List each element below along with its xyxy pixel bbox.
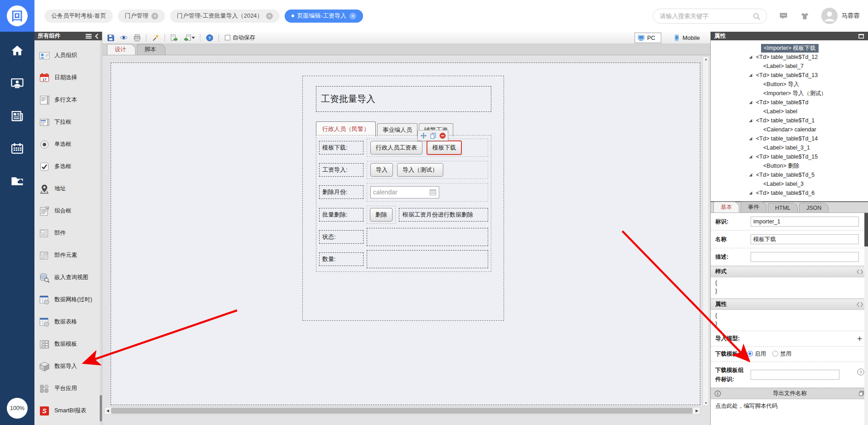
delete-icon[interactable] xyxy=(439,132,446,139)
template-component-id-input[interactable] xyxy=(751,370,839,380)
device-pc-button[interactable]: PC xyxy=(635,33,661,43)
app-store-icon[interactable] xyxy=(800,11,810,21)
print-button[interactable] xyxy=(132,33,142,43)
radio-disable-control[interactable] xyxy=(772,351,778,357)
quantity-placeholder-box[interactable] xyxy=(367,250,488,268)
calendar-icon[interactable] xyxy=(10,141,24,156)
field-description-input[interactable] xyxy=(751,252,859,262)
tab-script[interactable]: 脚本 xyxy=(137,44,165,55)
section-attributes[interactable]: 属性 xyxy=(711,299,868,310)
components-scrollbar[interactable] xyxy=(100,40,102,425)
move-icon[interactable] xyxy=(420,132,427,139)
component-item-data-table[interactable]: 数据表格 xyxy=(34,311,102,333)
component-item-widget-element[interactable]: 部件元素 xyxy=(34,244,102,266)
component-item-address[interactable]: 地址 xyxy=(34,178,102,200)
row-label[interactable]: 数量: xyxy=(319,252,364,266)
component-item-data-grid-deprecated[interactable]: 数据网格(过时) xyxy=(34,289,102,311)
copy-icon[interactable] xyxy=(430,132,436,139)
tree-node-td[interactable]: <Td> table_table$Td xyxy=(711,98,868,107)
component-item-combobox[interactable]: 组合框 xyxy=(34,200,102,222)
tree-node-importer-selected[interactable]: <Importer> 模板下载 xyxy=(711,43,868,53)
radio-disable[interactable]: 禁用 xyxy=(772,350,791,358)
row-label[interactable]: 批量删除: xyxy=(319,208,364,222)
canvas-horizontal-scrollbar[interactable]: ◀▶ xyxy=(104,407,700,415)
scroll-up-icon[interactable]: ▲ xyxy=(704,58,708,61)
template-download-button[interactable]: 模板下载 xyxy=(427,140,462,155)
scroll-down-icon[interactable]: ▼ xyxy=(704,401,708,405)
tree-expand-icon[interactable] xyxy=(749,101,752,104)
tree-node-button-import[interactable]: <Button> 导入 xyxy=(711,80,868,89)
canvas-vertical-scrollbar[interactable]: ▲▼ xyxy=(703,56,709,406)
user-monitor-icon[interactable] xyxy=(10,76,24,91)
portal-tab-home[interactable]: 公务员平时考核-首页 xyxy=(44,10,113,23)
user-widget[interactable]: 马蓉蓉 xyxy=(821,8,860,24)
tab-basic[interactable]: 基本 xyxy=(713,202,739,212)
tree-node-importer-test[interactable]: <Importer> 导入（测试） xyxy=(711,89,868,98)
tree-expand-icon[interactable] xyxy=(749,155,752,159)
export-filename-header[interactable]: 导出文件名称 xyxy=(711,388,868,399)
component-item-data-template[interactable]: 123数据模板 xyxy=(34,333,102,355)
scroll-right-icon[interactable]: ▶ xyxy=(694,409,700,413)
component-item-multiline-text[interactable]: 多行文本 xyxy=(34,89,102,111)
component-item-widget[interactable]: 部件 xyxy=(34,222,102,244)
tree-node-td1[interactable]: <Td> table_table$Td_1 xyxy=(711,116,868,125)
autosave-checkbox[interactable] xyxy=(225,35,230,40)
tree-expand-icon[interactable] xyxy=(749,173,752,177)
tree-expand-icon[interactable] xyxy=(749,191,752,195)
news-icon[interactable] xyxy=(10,109,24,123)
row-label[interactable]: 工资导入: xyxy=(319,163,364,177)
export-button[interactable] xyxy=(169,33,179,43)
tree-node-td5[interactable]: <Td> table_table$Td_5 xyxy=(711,170,868,179)
calendar-input[interactable] xyxy=(373,188,423,196)
help-button[interactable]: ? xyxy=(204,33,214,43)
batch-delete-note[interactable]: 根据工资月份进行数据删除 xyxy=(399,208,488,222)
import-test-button[interactable]: 导入（测试） xyxy=(397,163,443,177)
component-item-checkbox[interactable]: 多选框 xyxy=(34,155,102,178)
component-item-radio[interactable]: 单选框 xyxy=(34,133,102,155)
row-label[interactable]: 状态: xyxy=(319,230,364,244)
tree-node-button-delete[interactable]: <Button> 删除 xyxy=(711,161,868,170)
import-button-canvas[interactable]: 导入 xyxy=(370,163,393,177)
row-label[interactable]: 删除月份: xyxy=(319,185,364,199)
close-icon[interactable]: × xyxy=(266,13,273,19)
menu-icon[interactable] xyxy=(85,34,92,39)
component-item-smartbi-report[interactable]: SSmartBI报表 xyxy=(34,400,102,422)
tree-expand-icon[interactable] xyxy=(749,137,752,140)
tree-node-label31[interactable]: <Label> label_3_1 xyxy=(711,143,868,152)
design-canvas[interactable]: 工资批量导入 行政人员（民警） 事业编人员 辅警工资 模板下载: 行政人员工资表 xyxy=(102,55,710,425)
component-item-date-picker[interactable]: 17日期选择 xyxy=(34,67,102,89)
radio-enable[interactable]: 启用 xyxy=(747,350,766,358)
tree-expand-icon[interactable] xyxy=(749,119,752,122)
tab-json[interactable]: JSON xyxy=(799,203,829,212)
portal-tab-page-editor[interactable]: 页面编辑-工资导入× xyxy=(285,10,363,23)
radio-enable-control[interactable] xyxy=(747,351,753,357)
save-button[interactable] xyxy=(106,33,116,43)
component-item-dropdown[interactable]: 下拉框 xyxy=(34,111,102,133)
restore-window-icon[interactable] xyxy=(858,34,864,39)
properties-scrollbar[interactable] xyxy=(864,213,868,425)
calendar-field[interactable] xyxy=(370,186,439,198)
preview-button[interactable] xyxy=(119,33,129,43)
form-tab-institution[interactable]: 事业编人员 xyxy=(377,123,417,136)
tree-node-td14[interactable]: <Td> table_table$Td_14 xyxy=(711,134,868,143)
tree-expand-icon[interactable] xyxy=(749,55,752,59)
folder-cloud-icon[interactable] xyxy=(10,174,24,188)
tree-node-td12[interactable]: <Td> table_table$Td_12 xyxy=(711,53,868,62)
attributes-code-block[interactable]: { } xyxy=(711,310,868,331)
tree-node-label[interactable]: <Label> label xyxy=(711,107,868,116)
style-code-block[interactable]: { } xyxy=(711,277,868,299)
tab-design[interactable]: 设计 xyxy=(107,44,136,55)
close-icon[interactable]: × xyxy=(349,13,356,19)
component-item-person-org[interactable]: 人员组织 xyxy=(34,44,102,67)
autosave-toggle[interactable]: 自动保存 xyxy=(225,34,255,42)
script-hint[interactable]: 点击此处，编写脚本代码 xyxy=(711,399,868,413)
app-logo[interactable]: 回 xyxy=(0,0,34,32)
plus-icon[interactable] xyxy=(857,336,863,342)
portal-tab-portal-mgmt[interactable]: 门户管理× xyxy=(118,10,165,23)
tree-node-label7[interactable]: <Label> label_7 xyxy=(711,62,868,71)
import-button[interactable] xyxy=(182,33,196,43)
row-label[interactable]: 模板下载: xyxy=(319,141,364,155)
field-name-input[interactable] xyxy=(751,234,859,244)
component-item-platform-app[interactable]: 平台应用 xyxy=(34,377,102,400)
tree-expand-icon[interactable] xyxy=(749,73,752,77)
